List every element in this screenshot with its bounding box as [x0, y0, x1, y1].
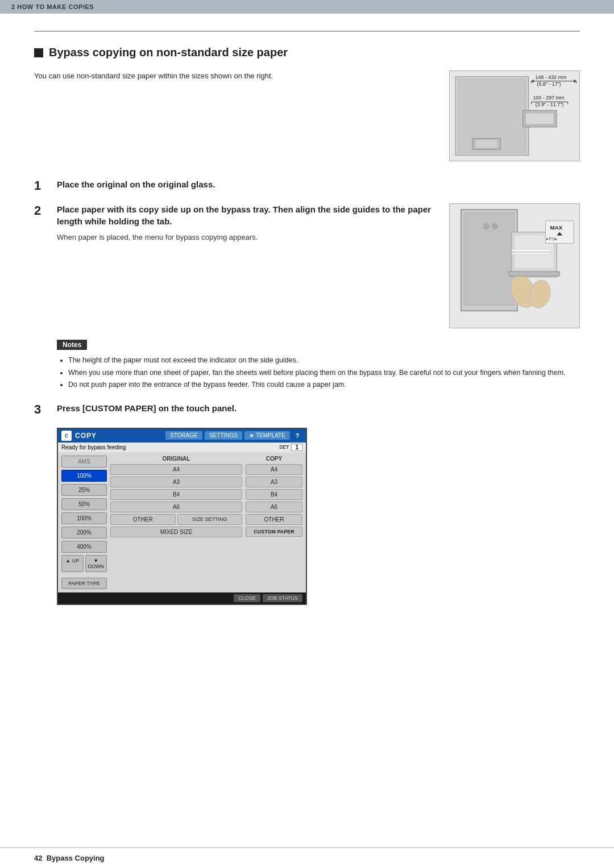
step-2-text: Place paper with its copy side up on the…: [57, 203, 438, 244]
bypass-svg: MAX ▸PS▸: [450, 204, 579, 328]
tp-copy-a3[interactable]: A3: [246, 477, 302, 487]
svg-point-33: [483, 224, 489, 229]
tp-orig-a4[interactable]: A4: [110, 464, 242, 475]
tp-size-setting[interactable]: SIZE SETTING: [177, 514, 243, 525]
tp-close-btn[interactable]: CLOSE: [234, 594, 260, 602]
svg-rect-28: [512, 249, 551, 252]
tp-tab-template[interactable]: ★ TEMPLATE: [244, 431, 290, 440]
tp-orig-other[interactable]: OTHER: [110, 514, 176, 525]
tp-zoom-25-btn[interactable]: 25%: [61, 484, 107, 496]
tp-question-btn[interactable]: ?: [292, 431, 302, 441]
intro-section: You can use non-standard size paper with…: [34, 70, 580, 161]
tp-orig-a3[interactable]: A3: [110, 477, 242, 487]
tp-copy-sizes: A4 A3 B4 A6 OTHER CUSTOM PAPER: [246, 464, 302, 537]
tp-tab-storage[interactable]: STORAGE: [165, 431, 202, 440]
paper-size-diagram: 148 - 432 mm (5.8" - 17") 100 - 297 mm (…: [449, 70, 580, 161]
tp-status-text: Ready for bypass feeding: [61, 444, 126, 450]
svg-rect-18: [475, 140, 498, 148]
tp-tabs: STORAGE SETTINGS ★ TEMPLATE ?: [165, 431, 302, 441]
tp-set-value: 1: [291, 444, 302, 451]
svg-text:(3.9" - 11.7"): (3.9" - 11.7"): [536, 102, 564, 107]
tp-template-label: TEMPLATE: [256, 432, 285, 439]
tp-copy-other[interactable]: OTHER: [246, 514, 302, 525]
header-text: 2 HOW TO MAKE COPIES: [11, 3, 94, 10]
touch-panel: C COPY STORAGE SETTINGS ★ TEMPLATE ? Rea…: [57, 428, 307, 605]
main-content: Bypass copying on non-standard size pape…: [0, 14, 614, 639]
step-2: 2 Place paper with its copy side up on t…: [34, 203, 580, 328]
tp-orig-a6[interactable]: A6: [110, 502, 242, 512]
svg-text:▸PS▸: ▸PS▸: [547, 237, 558, 242]
tp-tab-settings[interactable]: SETTINGS: [205, 431, 242, 440]
step-1-number: 1: [34, 178, 50, 193]
tp-zoom-200-btn[interactable]: 200%: [61, 527, 107, 539]
touch-panel-container: C COPY STORAGE SETTINGS ★ TEMPLATE ? Rea…: [57, 428, 580, 605]
section-title: Bypass copying on non-standard size pape…: [34, 46, 580, 59]
tp-up-btn[interactable]: ▲ UP: [61, 555, 84, 572]
tp-copy-icon: C: [61, 431, 72, 441]
tp-custom-paper-btn[interactable]: CUSTOM PAPER: [246, 527, 302, 537]
tp-middle-col: ORIGINAL A4 A3 B4 A6 OTHER SIZE SETTING …: [110, 456, 242, 589]
tp-status-bar: Ready for bypass feeding SET 1: [58, 443, 306, 452]
bypass-tray-image: MAX ▸PS▸: [449, 203, 580, 328]
page-footer: 42 Bypass Copying: [0, 847, 614, 868]
tp-original-label: ORIGINAL: [110, 456, 242, 462]
tp-copy-a6[interactable]: A6: [246, 502, 302, 512]
step-1: 1 Place the original on the original gla…: [34, 178, 580, 193]
tp-orig-b4[interactable]: B4: [110, 489, 242, 500]
tp-zoom-100-btn[interactable]: 100%: [61, 470, 107, 482]
step-3-number: 3: [34, 402, 50, 417]
tp-paper-type-btn[interactable]: PAPER TYPE: [61, 578, 107, 589]
tp-ams-btn[interactable]: AMS: [61, 456, 107, 468]
tp-star-icon: ★: [249, 432, 254, 439]
tp-header: C COPY STORAGE SETTINGS ★ TEMPLATE ?: [58, 429, 306, 443]
section-title-text: Bypass copying on non-standard size pape…: [49, 46, 288, 59]
step-2-title: Place paper with its copy side up on the…: [57, 203, 438, 227]
tp-right-col: COPY A4 A3 B4 A6 OTHER CUSTOM PAPER: [246, 456, 302, 589]
paper-diagram-svg: 148 - 432 mm (5.8" - 17") 100 - 297 mm (…: [450, 71, 579, 161]
note-item-1: The height of the paper must not exceed …: [68, 354, 580, 366]
title-square-icon: [34, 48, 43, 57]
tp-zoom-100b-btn[interactable]: 100%: [61, 512, 107, 524]
step-2-number: 2: [34, 203, 50, 218]
step-3-content: Press [CUSTOM PAPER] on the touch panel.: [57, 402, 580, 416]
tp-set-label: SET: [279, 444, 289, 450]
tp-body: AMS 100% 25% 50% 100% 200% 400% ▲ UP ▼ D…: [58, 452, 306, 592]
step-1-title: Place the original on the original glass…: [57, 178, 580, 190]
tp-up-down-group: ▲ UP ▼ DOWN: [61, 555, 107, 572]
svg-rect-32: [509, 272, 559, 276]
tp-zoom-50-btn[interactable]: 50%: [61, 498, 107, 510]
svg-text:100 - 297 mm: 100 - 297 mm: [533, 95, 565, 101]
step-3-title: Press [CUSTOM PAPER] on the touch panel.: [57, 402, 580, 414]
header-bar: 2 HOW TO MAKE COPIES: [0, 0, 614, 14]
step-2-desc: When paper is placed, the menu for bypas…: [57, 232, 438, 244]
note-item-3: Do not push paper into the entrance of t…: [68, 379, 580, 391]
tp-down-btn[interactable]: ▼ DOWN: [85, 555, 107, 572]
top-divider: [34, 31, 580, 32]
tp-footer: CLOSE JOB STATUS: [58, 592, 306, 604]
tp-copy-a4[interactable]: A4: [246, 464, 302, 475]
notes-list: The height of the paper must not exceed …: [57, 354, 580, 391]
tp-zoom-400-btn[interactable]: 400%: [61, 541, 107, 553]
notes-label: Notes: [57, 340, 87, 350]
tp-copy-b4[interactable]: B4: [246, 489, 302, 500]
tp-job-status-btn[interactable]: JOB STATUS: [263, 594, 302, 602]
step-3: 3 Press [CUSTOM PAPER] on the touch pane…: [34, 402, 580, 417]
svg-rect-4: [526, 113, 554, 124]
intro-paragraph: You can use non-standard size paper with…: [34, 70, 438, 82]
tp-left-col: AMS 100% 25% 50% 100% 200% 400% ▲ UP ▼ D…: [61, 456, 107, 589]
footer-page-num: 42 Bypass Copying: [34, 854, 105, 862]
note-item-2: When you use more than one sheet of pape…: [68, 367, 580, 379]
svg-text:148 - 432 mm: 148 - 432 mm: [536, 74, 567, 80]
tp-orig-mixed-size[interactable]: MIXED SIZE: [110, 527, 242, 537]
tp-orig-size-row: OTHER SIZE SETTING: [110, 514, 242, 525]
tp-copy-label: COPY: [246, 456, 302, 462]
svg-text:MAX: MAX: [550, 224, 562, 231]
svg-point-34: [492, 224, 497, 229]
svg-text:(5.8" - 17"): (5.8" - 17"): [537, 81, 561, 87]
intro-text: You can use non-standard size paper with…: [34, 70, 438, 82]
tp-original-sizes: A4 A3 B4 A6 OTHER SIZE SETTING MIXED SIZ…: [110, 464, 242, 537]
svg-rect-29: [512, 253, 551, 255]
notes-section: Notes The height of the paper must not e…: [57, 340, 580, 391]
step-1-content: Place the original on the original glass…: [57, 178, 580, 193]
step-2-content: Place paper with its copy side up on the…: [57, 203, 580, 328]
